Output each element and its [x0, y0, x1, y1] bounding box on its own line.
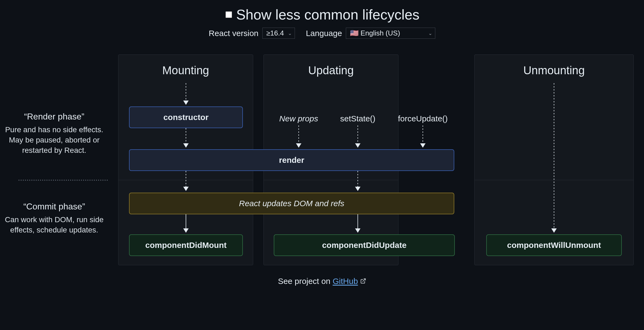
render-node[interactable]: render [129, 149, 454, 171]
language-value: 🇺🇸 English (US) [350, 29, 400, 37]
component-will-unmount-node[interactable]: componentWillUnmount [486, 234, 622, 256]
unmounting-column: Unmounting [474, 54, 634, 265]
github-link[interactable]: GitHub [333, 277, 358, 286]
chevron-down-icon: ⌄ [428, 30, 432, 36]
language-group: Language 🇺🇸 English (US) ⌄ [306, 28, 435, 39]
render-phase-desc: Pure and has no side effects. May be pau… [0, 125, 108, 155]
force-update-trigger: forceUpdate() [398, 114, 447, 123]
footer: See project on GitHub [0, 277, 644, 286]
chevron-down-icon: ⌄ [288, 30, 292, 36]
updating-heading: Updating [264, 64, 398, 77]
set-state-trigger: setState() [340, 114, 375, 123]
render-phase-label: “Render phase” Pure and has no side effe… [0, 111, 108, 156]
component-did-mount-node[interactable]: componentDidMount [129, 234, 243, 256]
phase-divider [18, 180, 108, 181]
language-select[interactable]: 🇺🇸 English (US) ⌄ [346, 28, 435, 39]
component-did-update-node[interactable]: componentDidUpdate [274, 234, 455, 256]
react-version-label: React version [209, 29, 258, 38]
unmounting-heading: Unmounting [475, 64, 633, 77]
constructor-node[interactable]: constructor [129, 106, 243, 128]
external-link-icon [360, 278, 366, 286]
lifecycle-diagram: “Render phase” Pure and has no side effe… [0, 54, 644, 266]
svg-line-10 [363, 279, 365, 282]
react-version-value: ≥16.4 [266, 29, 284, 37]
react-version-group: React version ≥16.4 ⌄ [209, 28, 295, 39]
column-phase-separator [264, 180, 398, 180]
react-version-select[interactable]: ≥16.4 ⌄ [262, 28, 295, 39]
new-props-trigger: New props [279, 114, 318, 123]
show-less-common-checkbox[interactable] [226, 11, 232, 18]
footer-prefix: See project on [278, 277, 333, 286]
commit-phase-desc: Can work with DOM, run side effects, sch… [0, 215, 108, 235]
commit-phase-title: “Commit phase” [0, 201, 108, 212]
commit-phase-label: “Commit phase” Can work with DOM, run si… [0, 201, 108, 235]
react-updates-dom-node: React updates DOM and refs [129, 193, 454, 214]
mounting-heading: Mounting [118, 64, 253, 77]
column-phase-separator [475, 180, 633, 180]
language-label: Language [306, 29, 342, 38]
column-phase-separator [118, 180, 253, 180]
show-less-common-label[interactable]: Show less common lifecycles [236, 7, 419, 23]
render-phase-title: “Render phase” [0, 111, 108, 122]
